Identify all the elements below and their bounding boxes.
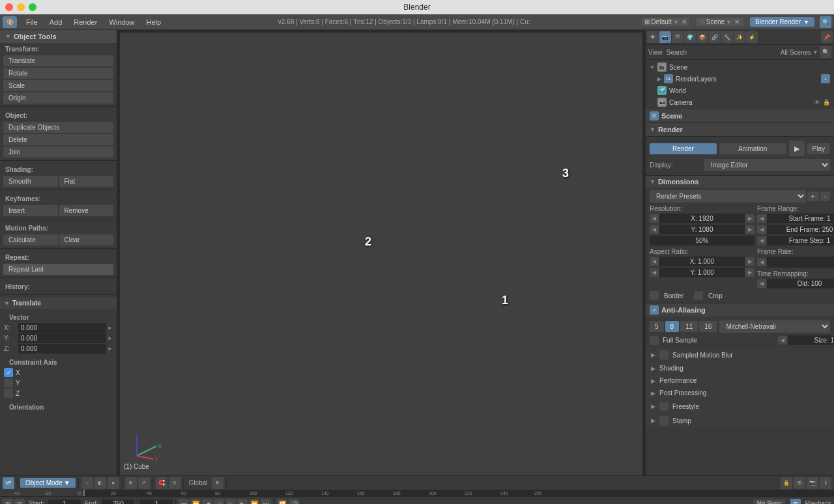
aa-16[interactable]: 16 [699, 321, 717, 332]
viewport-shade-2[interactable]: ◐ [94, 477, 106, 489]
rotate-button[interactable]: Rotate [3, 68, 113, 79]
global-arrow[interactable]: ▼ [212, 477, 223, 489]
old-dec[interactable]: ◀ [757, 279, 766, 288]
stamp-collapse[interactable]: ▶ Stamp [646, 413, 834, 428]
y-input[interactable] [18, 333, 106, 343]
anim-icon-settings[interactable]: ⊞ [790, 499, 801, 505]
animation-button[interactable]: Animation [719, 143, 786, 154]
aspect-x-input[interactable] [659, 257, 745, 266]
search-button[interactable]: 🔍 [820, 16, 831, 28]
viewport-3d[interactable]: User Persp [117, 30, 645, 475]
scene-selector[interactable]: ⊡ Scene ▼ ✕ [696, 18, 743, 26]
join-button[interactable]: Join [3, 147, 113, 158]
aspect-y-input[interactable] [659, 268, 745, 277]
render-section-header[interactable]: ▼ Render [646, 123, 834, 137]
tree-render-layers[interactable]: ▶ RL RenderLayers + [647, 73, 833, 85]
ay-inc[interactable]: ▶ [745, 268, 755, 277]
top-resize-handle[interactable] [117, 30, 645, 33]
display-select[interactable]: Image Editor [704, 159, 830, 171]
menu-help[interactable]: Help [141, 17, 167, 27]
freestyle-checkbox[interactable] [659, 402, 669, 411]
rp-icon-particle[interactable]: ✨ [734, 31, 745, 43]
ax-dec[interactable]: ◀ [650, 257, 659, 266]
remove-button[interactable]: Remove [59, 205, 114, 216]
flat-button[interactable]: Flat [59, 176, 114, 187]
orient-icon[interactable]: ↗ [138, 477, 150, 489]
start-input[interactable] [48, 499, 81, 504]
ax-inc[interactable]: ▶ [745, 257, 755, 266]
jump-start-btn[interactable]: ⏮ [179, 499, 189, 505]
object-mode-button[interactable]: Object Mode ▼ [20, 478, 76, 488]
border-checkbox[interactable] [650, 291, 659, 300]
viewport-shade-1[interactable]: ○ [81, 477, 93, 489]
minimize-button[interactable] [17, 3, 25, 11]
x-res-input[interactable] [659, 214, 745, 223]
translate-button[interactable]: Translate [3, 55, 113, 66]
snap-icon[interactable]: 🧲 [156, 477, 167, 489]
performance-collapse[interactable]: ▶ Performance [646, 374, 834, 387]
search-icon-btn[interactable]: 🔍 [820, 46, 831, 58]
z-checkbox[interactable] [4, 389, 13, 398]
no-sync-button[interactable]: No Sync [753, 499, 786, 504]
x-input[interactable] [18, 323, 106, 333]
camera-restrict[interactable]: 🔒 [823, 99, 830, 106]
motion-blur-collapse[interactable]: ▶ Sampled Motion Blur [646, 348, 834, 362]
freestyle-collapse[interactable]: ▶ Freestyle [646, 399, 834, 413]
tree-camera[interactable]: 📷 Camera 👁 🔒 [647, 96, 833, 108]
end-input[interactable] [102, 499, 134, 504]
play-icon-button[interactable]: ▶ [789, 141, 805, 156]
aa-section-header[interactable]: ✓ Anti-Aliasing [646, 303, 834, 316]
render-button[interactable]: Render [650, 143, 717, 154]
origin-button[interactable]: Origin [3, 92, 113, 104]
motion-blur-checkbox[interactable] [659, 350, 669, 359]
pivot-icon[interactable]: ⊕ [125, 477, 137, 489]
y-checkbox[interactable] [4, 378, 13, 387]
size-dec[interactable]: ◀ [778, 336, 787, 344]
x-checkbox[interactable]: ✓ [4, 368, 13, 377]
view-link[interactable]: View [648, 49, 663, 56]
tree-scene[interactable]: ▼ 🎬 Scene [647, 61, 833, 73]
aa-5[interactable]: 5 [650, 321, 664, 332]
maximize-button[interactable] [29, 3, 36, 11]
fps-dec[interactable]: ◀ [757, 258, 766, 266]
anim-icon-2[interactable]: ⊞ [14, 499, 25, 505]
z-input[interactable] [18, 344, 106, 354]
menu-file[interactable]: File [21, 17, 43, 27]
play-reverse-btn[interactable]: ◁ [214, 499, 224, 505]
lock-icon[interactable]: 🔒 [781, 477, 792, 489]
rp-icon-physics[interactable]: ⚡ [746, 31, 758, 43]
layout-selector[interactable]: ⊞ Default ▼ ✕ [642, 18, 689, 26]
next-keyframe-btn[interactable]: ▶ [237, 499, 248, 505]
render-presets-select[interactable]: Render Presets [650, 190, 806, 203]
pct-input[interactable] [650, 236, 755, 245]
frame-step-input[interactable] [767, 236, 834, 245]
menu-window[interactable]: Window [104, 17, 139, 27]
presets-remove[interactable]: - [820, 191, 830, 201]
stamp-checkbox[interactable] [659, 416, 669, 425]
duplicate-button[interactable]: Duplicate Objects [3, 122, 113, 133]
left-resize-handle[interactable] [117, 30, 120, 475]
viewport-shade-3[interactable]: ● [108, 477, 119, 489]
rp-icon-pin[interactable]: 📌 [821, 31, 833, 43]
camera-eye[interactable]: 👁 [814, 99, 820, 106]
rp-icon-scene[interactable]: 🎬 [672, 31, 683, 43]
aa-11[interactable]: 11 [680, 321, 698, 332]
play-button[interactable]: Play [807, 143, 830, 154]
rp-icon-modifier[interactable]: 🔧 [721, 31, 733, 43]
viewport-icon[interactable]: VP [3, 477, 14, 489]
rp-icon-view[interactable]: 👁 [647, 31, 659, 43]
search-link[interactable]: Search [667, 49, 687, 56]
full-sample-checkbox[interactable] [650, 336, 659, 345]
layers-icon[interactable]: ⊞ [794, 477, 805, 489]
end-dec[interactable]: ◀ [757, 225, 766, 234]
menu-add[interactable]: Add [44, 17, 68, 27]
old-input[interactable] [767, 279, 834, 288]
info-icon[interactable]: ℹ [820, 477, 831, 489]
rp-icon-render[interactable]: 📷 [659, 31, 671, 43]
step-dec[interactable]: ◀ [757, 236, 766, 245]
dimensions-header[interactable]: ▼ Dimensions [646, 175, 834, 188]
y-res-inc[interactable]: ▶ [745, 225, 755, 234]
y-res-input[interactable] [659, 225, 745, 234]
aa-filter-select[interactable]: Mitchell-Netravali [719, 320, 830, 333]
prev-frame-btn[interactable]: ⏪ [190, 499, 201, 505]
